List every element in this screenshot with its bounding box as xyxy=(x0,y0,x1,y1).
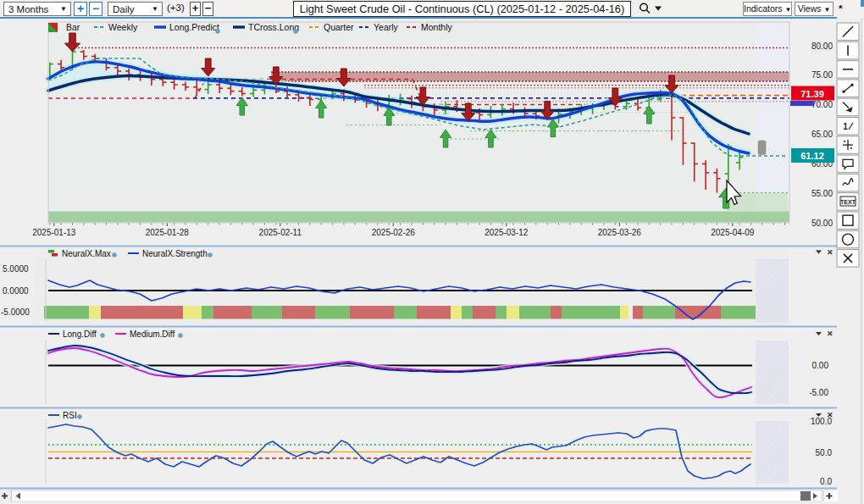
svg-text:2025-03-12: 2025-03-12 xyxy=(485,228,529,237)
svg-text:2025-02-11: 2025-02-11 xyxy=(259,228,302,237)
svg-text:0.0000: 0.0000 xyxy=(3,286,29,296)
svg-text:Quarter: Quarter xyxy=(324,22,354,32)
svg-text:Bar: Bar xyxy=(66,22,80,32)
svg-text:NeuralX.Max: NeuralX.Max xyxy=(62,249,111,258)
svg-text:50.0: 50.0 xyxy=(816,448,833,457)
svg-text:Weekly: Weekly xyxy=(108,22,138,32)
svg-text:65.00: 65.00 xyxy=(811,130,833,139)
svg-text:75.00: 75.00 xyxy=(811,70,833,80)
svg-text:2025-01-28: 2025-01-28 xyxy=(146,228,190,237)
svg-text:Long.Diff: Long.Diff xyxy=(63,330,97,339)
svg-text:✕: ✕ xyxy=(827,248,834,257)
svg-text:RSI: RSI xyxy=(63,411,77,420)
svg-text:TEXT: TEXT xyxy=(840,199,856,205)
svg-text:1: 1 xyxy=(843,122,848,131)
svg-text:NeuralX.Strength: NeuralX.Strength xyxy=(142,249,208,258)
svg-text:Yearly: Yearly xyxy=(374,22,399,32)
svg-text:80.00: 80.00 xyxy=(811,42,833,51)
svg-text:70.00: 70.00 xyxy=(811,100,833,109)
svg-text:Medium.Diff: Medium.Diff xyxy=(130,330,174,339)
svg-text:Long.Predict: Long.Predict xyxy=(169,22,219,32)
svg-text:61.12: 61.12 xyxy=(800,151,824,161)
svg-text:Monthly: Monthly xyxy=(421,22,453,32)
svg-text:✕: ✕ xyxy=(827,330,834,338)
svg-text:100.0: 100.0 xyxy=(811,417,832,426)
svg-text:55.00: 55.00 xyxy=(811,189,833,198)
svg-text:2025-02-26: 2025-02-26 xyxy=(372,228,416,237)
svg-text:2025-03-26: 2025-03-26 xyxy=(598,228,642,237)
svg-text:71.39: 71.39 xyxy=(800,89,824,99)
svg-text:TCross.Long: TCross.Long xyxy=(248,22,299,32)
svg-text:2025-01-13: 2025-01-13 xyxy=(32,228,76,237)
svg-text:0.0: 0.0 xyxy=(820,477,832,486)
svg-text:2025-04-09: 2025-04-09 xyxy=(711,228,755,237)
svg-text:50.00: 50.00 xyxy=(811,219,833,228)
svg-text:-5.0000: -5.0000 xyxy=(1,307,30,317)
svg-text:5.0000: 5.0000 xyxy=(3,264,29,274)
svg-text:-5.00: -5.00 xyxy=(809,388,828,397)
svg-text:0.00: 0.00 xyxy=(812,361,829,370)
